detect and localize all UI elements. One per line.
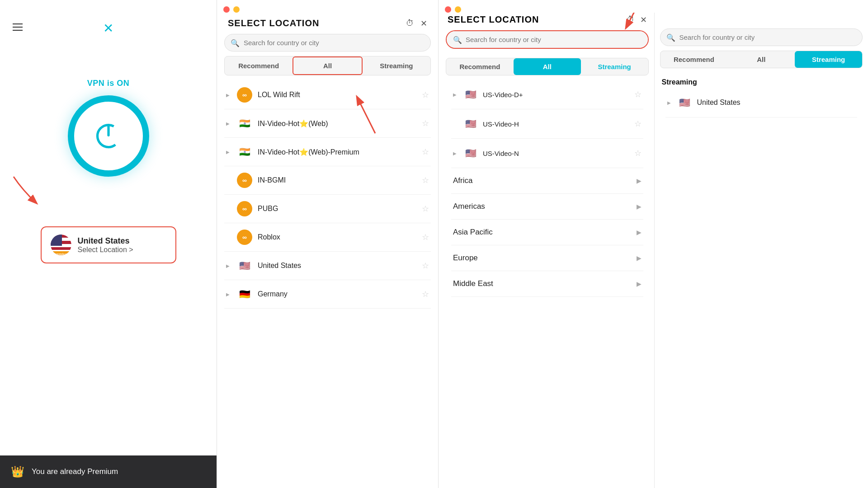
premium-badge: Premium — [51, 251, 71, 255]
search-icon-streaming: 🔍 — [666, 33, 675, 42]
location-name: United States — [258, 262, 416, 270]
favorite-button[interactable]: ☆ — [422, 261, 429, 271]
us-flag: Premium — [51, 235, 71, 255]
flag-us-n: 🇺🇸 — [463, 145, 478, 161]
location-country: United States — [78, 236, 133, 246]
streaming-tabs: Recommend All Streaming — [660, 51, 863, 68]
flag-us-streaming: 🇺🇸 — [677, 95, 693, 110]
list-item[interactable]: ▶ 🇺🇸 United States ☆ — [224, 252, 431, 280]
middle-panel-header: SELECT LOCATION ⏱ ✕ — [217, 13, 438, 32]
region-asia-pacific[interactable]: Asia Pacific ▶ — [451, 220, 643, 245]
tab-all-right[interactable]: All — [514, 58, 581, 75]
middle-search-input[interactable] — [224, 34, 431, 52]
speed-icon[interactable]: ⏱ — [406, 19, 414, 28]
power-icon — [93, 120, 124, 152]
favorite-button[interactable]: ☆ — [634, 119, 642, 129]
tl-yellow-m — [233, 6, 240, 13]
expand-arrow-me: ▶ — [637, 280, 642, 287]
region-africa[interactable]: Africa ▶ — [451, 168, 643, 194]
select-location-link[interactable]: Select Location > — [78, 246, 133, 254]
expand-icon: ▶ — [226, 263, 230, 268]
traffic-lights — [105, 0, 112, 6]
list-item[interactable]: ▶ ∞ PUBG ☆ — [224, 195, 431, 223]
list-item[interactable]: ▶ 🇮🇳 IN-Video-Hot⭐(Web) ☆ — [224, 109, 431, 138]
region-europe[interactable]: Europe ▶ — [451, 245, 643, 271]
premium-text: You are already Premium — [32, 467, 118, 476]
flag-us-d: 🇺🇸 — [463, 87, 478, 102]
tab-streaming-middle[interactable]: Streaming — [363, 56, 430, 75]
expand-arrow-europe: ▶ — [637, 254, 642, 262]
game-flag-bgmi: ∞ — [237, 173, 252, 188]
list-item[interactable]: ▶ 🇺🇸 US-Video-N ☆ — [451, 139, 643, 168]
right-all-list: ▶ 🇺🇸 US-Video-D+ ☆ ▶ 🇺🇸 US-Video-H ☆ ▶ 🇺… — [446, 80, 649, 488]
expand-icon: ▶ — [453, 151, 457, 156]
list-item[interactable]: ▶ ∞ IN-BGMI ☆ — [224, 166, 431, 195]
favorite-button[interactable]: ☆ — [634, 89, 642, 99]
list-item[interactable]: ▶ ∞ LOL Wild Rift ☆ — [224, 81, 431, 109]
tab-recommend-streaming[interactable]: Recommend — [660, 51, 728, 68]
right-panel-title: SELECT LOCATION — [448, 14, 539, 25]
hamburger-menu[interactable] — [13, 23, 23, 31]
tab-recommend-middle[interactable]: Recommend — [225, 56, 292, 75]
close-icon[interactable]: ✕ — [103, 21, 113, 36]
right-select-panel: SELECT LOCATION ⏱ ✕ 🔍 — [439, 0, 868, 488]
region-name-me: Middle East — [453, 279, 637, 288]
streaming-header-label: Streaming — [662, 78, 697, 86]
list-item[interactable]: ▶ 🇺🇸 US-Video-H ☆ — [451, 109, 643, 139]
close-icon-middle[interactable]: ✕ — [420, 19, 427, 28]
streaming-search-input[interactable] — [660, 28, 863, 46]
speed-icon-right[interactable]: ⏱ — [627, 15, 635, 24]
tab-all-middle[interactable]: All — [292, 56, 362, 75]
list-item[interactable]: ▶ ∞ Roblox ☆ — [224, 223, 431, 252]
location-name: IN-Video-Hot⭐(Web)-Premium — [258, 148, 416, 156]
tab-recommend-right[interactable]: Recommend — [446, 58, 514, 75]
header-icons: ⏱ ✕ — [406, 19, 427, 28]
list-item[interactable]: ▶ 🇺🇸 US-Video-D+ ☆ — [451, 80, 643, 109]
streaming-col-title — [662, 14, 665, 25]
vpn-power-ring[interactable] — [68, 95, 149, 177]
right-search-box-outlined: 🔍 — [446, 30, 649, 49]
annotation-arrow-1 — [5, 172, 50, 208]
streaming-list-header: Streaming — [660, 73, 863, 88]
search-icon-middle: 🔍 — [231, 38, 240, 47]
close-icon-right[interactable]: ✕ — [640, 15, 647, 25]
right-traffic-lights — [439, 0, 868, 13]
favorite-button[interactable]: ☆ — [422, 175, 429, 185]
right-inner: SELECT LOCATION ⏱ ✕ 🔍 — [439, 13, 868, 488]
middle-traffic-lights — [217, 0, 438, 13]
favorite-button[interactable]: ☆ — [634, 148, 642, 158]
region-americas[interactable]: Americas ▶ — [451, 194, 643, 220]
location-name: IN-BGMI — [258, 176, 416, 184]
expand-arrow-americas: ▶ — [637, 203, 642, 210]
streaming-col-header — [660, 13, 863, 28]
search-icon-right: 🔍 — [453, 35, 462, 44]
right-col-all: SELECT LOCATION ⏱ ✕ 🔍 — [439, 13, 655, 488]
list-item[interactable]: ▶ 🇺🇸 United States — [665, 88, 858, 117]
expand-icon: ▶ — [226, 150, 230, 155]
list-item[interactable]: ▶ 🇩🇪 Germany ☆ — [224, 280, 431, 309]
location-name: US-Video-D+ — [483, 91, 630, 99]
region-middle-east[interactable]: Middle East ▶ — [451, 271, 643, 297]
right-header-icons: ⏱ ✕ — [627, 15, 647, 25]
favorite-button[interactable]: ☆ — [422, 118, 429, 128]
middle-location-list: ▶ ∞ LOL Wild Rift ☆ ▶ 🇮🇳 IN-Video-Hot⭐(W… — [217, 81, 438, 488]
expand-icon: ▶ — [667, 100, 671, 105]
favorite-button[interactable]: ☆ — [422, 289, 429, 299]
tab-streaming-active[interactable]: Streaming — [795, 51, 862, 68]
location-name: US-Video-N — [483, 150, 630, 157]
favorite-button[interactable]: ☆ — [422, 204, 429, 214]
location-name: Germany — [258, 290, 416, 298]
game-flag-pubg: ∞ — [237, 201, 252, 216]
tab-all-streaming[interactable]: All — [727, 51, 795, 68]
favorite-button[interactable]: ☆ — [422, 232, 429, 242]
flag-india-1: 🇮🇳 — [237, 116, 252, 131]
favorite-button[interactable]: ☆ — [422, 147, 429, 157]
right-search-input[interactable] — [447, 31, 648, 48]
tab-streaming-right[interactable]: Streaming — [581, 58, 648, 75]
list-item[interactable]: ▶ 🇮🇳 IN-Video-Hot⭐(Web)-Premium ☆ — [224, 138, 431, 166]
right-search-container: 🔍 — [446, 28, 649, 53]
vpn-location-box[interactable]: Premium United States Select Location > — [41, 226, 176, 263]
favorite-button[interactable]: ☆ — [422, 90, 429, 100]
tl-yellow-r — [455, 6, 461, 13]
location-name: US-Video-H — [483, 120, 630, 128]
